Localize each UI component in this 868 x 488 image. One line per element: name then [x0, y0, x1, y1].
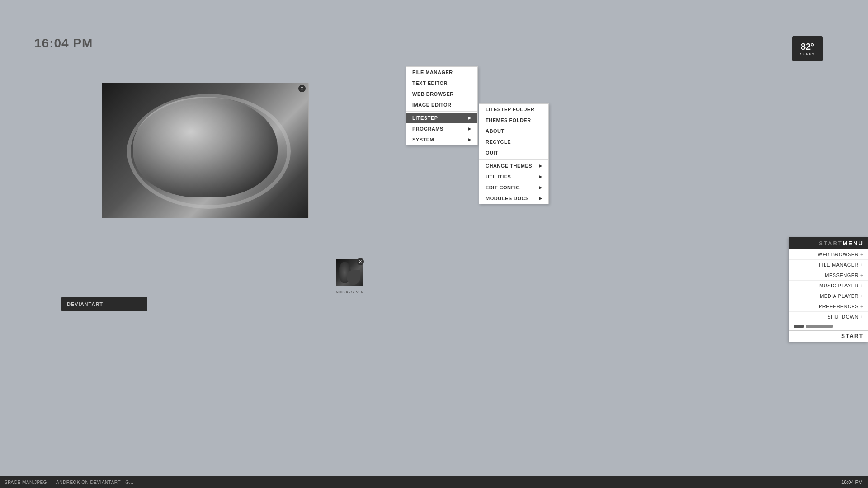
taskbar-clock: 16:04 PM [841, 479, 863, 485]
photo-viewer-close-button[interactable] [298, 85, 306, 92]
start-item-file-manager[interactable]: FILE MANAGER + [789, 260, 868, 270]
submenu-item-litestep-folder[interactable]: LITESTEP FOLDER [479, 104, 548, 115]
submenu-item-modules-docs[interactable]: MODULES DOCS ▶ [479, 193, 548, 204]
shutdown-plus-icon: + [860, 314, 863, 319]
litestep-submenu: LITESTEP FOLDER THEMES FOLDER ABOUT RECY… [479, 103, 549, 204]
modules-docs-arrow-icon: ▶ [539, 196, 542, 201]
programs-arrow-icon: ▶ [468, 127, 472, 131]
submenu-item-change-themes[interactable]: CHANGE THEMES ▶ [479, 160, 548, 171]
submenu-item-utilities[interactable]: UTILITIES ▶ [479, 171, 548, 182]
start-item-music-player[interactable]: MUSIC PLAYER + [789, 281, 868, 291]
submenu-item-recycle[interactable]: RECYCLE [479, 136, 548, 147]
start-item-shutdown[interactable]: SHUTDOWN + [789, 312, 868, 322]
menu-item-web-browser[interactable]: WEB BROWSER [406, 89, 477, 99]
menu-divider [406, 111, 477, 112]
start-item-web-browser[interactable]: WEB BROWSER + [789, 249, 868, 260]
deviantart-widget[interactable]: DEVIANTART [61, 297, 147, 311]
menu-item-programs[interactable]: PROGRAMS ▶ [406, 123, 477, 134]
weather-widget: 82° SUNNY [792, 36, 823, 61]
progress-bar-area [789, 322, 868, 330]
weather-temp: 82° [801, 42, 814, 52]
deviantart-label: DEVIANTART [67, 301, 103, 307]
system-arrow-icon: ▶ [468, 137, 472, 142]
media-player-plus-icon: + [860, 293, 863, 299]
music-widget-close-button[interactable] [357, 258, 364, 265]
track-name: NOISIA - SEVEN S [336, 290, 363, 294]
menu-item-litestep[interactable]: LITESTEP ▶ [406, 113, 477, 123]
clock-time: 16:04 PM [34, 36, 93, 50]
start-menu-panel: STARTMENU WEB BROWSER + FILE MANAGER + M… [789, 237, 868, 342]
start-label-start: START [819, 240, 842, 247]
edit-config-arrow-icon: ▶ [539, 185, 542, 190]
menu-item-text-editor[interactable]: TEXT EDITOR [406, 78, 477, 89]
start-menu-header: STARTMENU [789, 237, 868, 249]
start-button[interactable]: START [789, 330, 868, 342]
photo-viewer-window [102, 83, 309, 218]
progress-seg-2 [806, 325, 833, 328]
submenu-item-about[interactable]: ABOUT [479, 126, 548, 136]
preferences-plus-icon: + [860, 304, 863, 309]
submenu-item-edit-config[interactable]: EDIT CONFIG ▶ [479, 182, 548, 193]
context-menu: FILE MANAGER TEXT EDITOR WEB BROWSER IMA… [406, 66, 478, 145]
taskbar-item-deviantart[interactable]: ANDREOK ON DEVIANTART - G... [56, 480, 133, 485]
start-label-menu: MENU [843, 240, 863, 247]
start-item-preferences[interactable]: PREFERENCES + [789, 301, 868, 312]
start-item-media-player[interactable]: MEDIA PLAYER + [789, 291, 868, 301]
menu-item-image-editor[interactable]: IMAGE EDITOR [406, 99, 477, 110]
submenu-item-themes-folder[interactable]: THEMES FOLDER [479, 115, 548, 126]
litestep-submenu-divider [479, 159, 548, 160]
primary-menu: FILE MANAGER TEXT EDITOR WEB BROWSER IMA… [406, 66, 478, 145]
progress-seg-1 [794, 325, 804, 328]
menu-item-system[interactable]: SYSTEM ▶ [406, 134, 477, 145]
weather-condition: SUNNY [800, 52, 815, 56]
utilities-arrow-icon: ▶ [539, 174, 542, 179]
file-manager-plus-icon: + [860, 262, 863, 267]
taskbar-item-space-man[interactable]: SPACE MAN.JPEG [5, 480, 47, 485]
change-themes-arrow-icon: ▶ [539, 164, 542, 168]
web-browser-plus-icon: + [860, 252, 863, 257]
music-player-widget: NOISIA - SEVEN S [336, 259, 363, 286]
taskbar: SPACE MAN.JPEG ANDREOK ON DEVIANTART - G… [0, 476, 868, 488]
music-player-plus-icon: + [860, 283, 863, 288]
litestep-arrow-icon: ▶ [468, 116, 472, 120]
start-item-messenger[interactable]: MESSENGER + [789, 270, 868, 281]
submenu-item-quit[interactable]: QUIT [479, 147, 548, 158]
menu-item-file-manager[interactable]: FILE MANAGER [406, 67, 477, 78]
astronaut-photo [102, 83, 308, 218]
messenger-plus-icon: + [860, 272, 863, 278]
clock-display: 16:04 PM [34, 36, 93, 51]
